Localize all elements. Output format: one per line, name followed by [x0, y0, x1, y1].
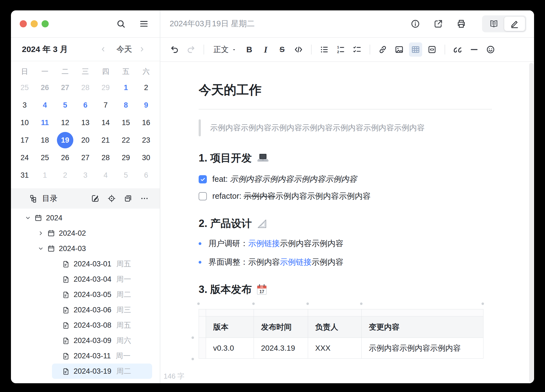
emoji-button[interactable] — [484, 42, 497, 57]
share-icon[interactable] — [433, 19, 443, 29]
calendar-day[interactable]: 6 — [76, 96, 95, 114]
calendar-day[interactable]: 30 — [137, 149, 155, 166]
table-row-handle[interactable] — [192, 358, 194, 360]
calendar-day[interactable]: 2 — [137, 79, 155, 96]
tree-file[interactable]: 2024-03-05 周二 — [52, 287, 152, 302]
tree-file[interactable]: 2024-03-01 周五 — [52, 256, 152, 272]
table-button[interactable] — [409, 42, 422, 57]
calendar-day[interactable]: 27 — [76, 149, 95, 166]
minimize-window-button[interactable] — [31, 20, 38, 27]
tree-folder-2024[interactable]: 2024 — [11, 210, 160, 226]
table-row-handle[interactable] — [192, 336, 194, 339]
heading-product-design[interactable]: 2. 产品设计 — [199, 217, 534, 230]
calendar-day[interactable]: 26 — [36, 79, 54, 96]
table-column-handle[interactable] — [482, 302, 484, 305]
calendar-day[interactable]: 13 — [76, 114, 95, 131]
table-column-handle[interactable] — [252, 302, 255, 305]
heading-release[interactable]: 3. 版本发布 JUL17 — [199, 283, 534, 296]
table-column-handle[interactable] — [197, 302, 200, 305]
editor-scrollbar[interactable] — [529, 63, 534, 383]
table-cell[interactable]: 2024.3.19 — [254, 338, 308, 359]
calendar-day[interactable]: 23 — [137, 131, 155, 149]
task-text[interactable]: refactor: 示例内容示例内容示例内容示例内容 — [212, 191, 370, 202]
today-button[interactable]: 今天 — [117, 44, 132, 54]
calendar-day[interactable]: 29 — [117, 149, 135, 166]
table-header-cell[interactable]: 变更内容 — [362, 316, 483, 338]
table-row-strip[interactable] — [199, 338, 206, 359]
calendar-day[interactable]: 26 — [56, 149, 74, 166]
calendar-day[interactable]: 4 — [36, 96, 54, 114]
calendar-day[interactable]: 22 — [117, 131, 135, 149]
zoom-window-button[interactable] — [42, 20, 49, 27]
tree-file-selected[interactable]: 2024-03-19 周二 — [52, 364, 152, 379]
inline-code-button[interactable] — [292, 42, 305, 57]
edit-mode-button[interactable] — [504, 17, 525, 31]
calendar-day[interactable]: 10 — [15, 114, 34, 131]
calendar-day[interactable]: 5 — [56, 96, 74, 114]
table-header-cell[interactable]: 负责人 — [308, 316, 362, 338]
next-month-icon[interactable] — [138, 46, 146, 53]
link-button[interactable] — [376, 42, 389, 57]
calendar-day[interactable]: 24 — [15, 149, 34, 166]
table-row-strip[interactable] — [199, 316, 206, 338]
bold-button[interactable]: B — [243, 42, 256, 57]
calendar-day[interactable]: 16 — [137, 114, 155, 131]
chevron-down-icon[interactable] — [25, 215, 31, 221]
calendar-day[interactable]: 29 — [96, 79, 115, 96]
calendar-day[interactable]: 17 — [15, 131, 34, 149]
chevron-down-icon[interactable] — [37, 245, 44, 252]
redo-button[interactable] — [184, 42, 198, 57]
tree-file[interactable]: 2024-03-06 周三 — [52, 302, 152, 318]
paragraph-style-dropdown[interactable]: 正文 — [210, 42, 239, 57]
more-options-icon[interactable] — [140, 194, 149, 203]
calendar-day[interactable]: 27 — [56, 79, 74, 96]
sample-link[interactable]: 示例链接 — [280, 258, 312, 266]
calendar-day[interactable]: 3 — [76, 166, 95, 184]
document-canvas[interactable]: 今天的工作 示例内容示例内容示例内容示例内容示例内容示例内容示例内容 1. 项目… — [160, 62, 534, 383]
checkbox-unchecked[interactable] — [199, 192, 207, 200]
print-icon[interactable] — [456, 19, 466, 29]
chevron-right-icon[interactable] — [37, 230, 44, 237]
calendar-day[interactable]: 21 — [96, 131, 115, 149]
search-icon[interactable] — [116, 19, 126, 29]
calendar-day[interactable]: 6 — [137, 166, 155, 184]
read-mode-button[interactable] — [483, 17, 504, 31]
checkbox-checked[interactable] — [199, 175, 207, 183]
tree-file[interactable]: 2024-03-09 周六 — [52, 333, 152, 348]
bulleted-list-button[interactable] — [318, 42, 331, 57]
calendar-day[interactable]: 14 — [96, 114, 115, 131]
bullet-text[interactable]: 用户调研：示例链接示例内容示例内容 — [208, 238, 343, 249]
calendar-day[interactable]: 15 — [117, 114, 135, 131]
calendar-day[interactable]: 5 — [117, 166, 135, 184]
close-window-button[interactable] — [20, 20, 27, 27]
sample-link[interactable]: 示例链接 — [248, 239, 280, 248]
table-column-handle[interactable] — [306, 302, 309, 305]
task-list-button[interactable] — [350, 42, 364, 57]
horizontal-rule-button[interactable] — [468, 42, 481, 57]
calendar-day[interactable]: 4 — [96, 166, 115, 184]
calendar-day[interactable]: 9 — [137, 96, 155, 114]
calendar-day[interactable]: 31 — [15, 166, 34, 184]
calendar-day[interactable]: 18 — [36, 131, 54, 149]
calendar-day[interactable]: 20 — [76, 131, 95, 149]
tree-folder-2024-02[interactable]: 2024-02 — [11, 226, 160, 241]
undo-button[interactable] — [168, 42, 181, 57]
info-icon[interactable] — [410, 19, 420, 29]
calendar-day[interactable]: 12 — [56, 114, 74, 131]
table-cell[interactable]: v0.3.0 — [206, 338, 254, 359]
heading-project-dev[interactable]: 1. 项目开发 — [199, 151, 534, 165]
table-column-handle[interactable] — [360, 302, 363, 305]
quote-button[interactable] — [451, 42, 464, 57]
calendar-day-selected[interactable]: 19 — [56, 131, 74, 149]
blockquote[interactable]: 示例内容示例内容示例内容示例内容示例内容示例内容示例内容 — [199, 119, 534, 136]
calendar-day[interactable]: 2 — [56, 166, 74, 184]
italic-button[interactable]: I — [259, 42, 272, 57]
tree-file[interactable]: 2024-03-08 周五 — [52, 318, 152, 333]
calendar-day[interactable]: 25 — [36, 149, 54, 166]
calendar-day[interactable]: 1 — [117, 79, 135, 96]
new-note-icon[interactable] — [91, 194, 100, 203]
calendar-day[interactable]: 7 — [96, 96, 115, 114]
document-title[interactable]: 今天的工作 — [199, 82, 534, 99]
calendar-day[interactable]: 3 — [15, 96, 34, 114]
calendar-day[interactable]: 28 — [76, 79, 95, 96]
